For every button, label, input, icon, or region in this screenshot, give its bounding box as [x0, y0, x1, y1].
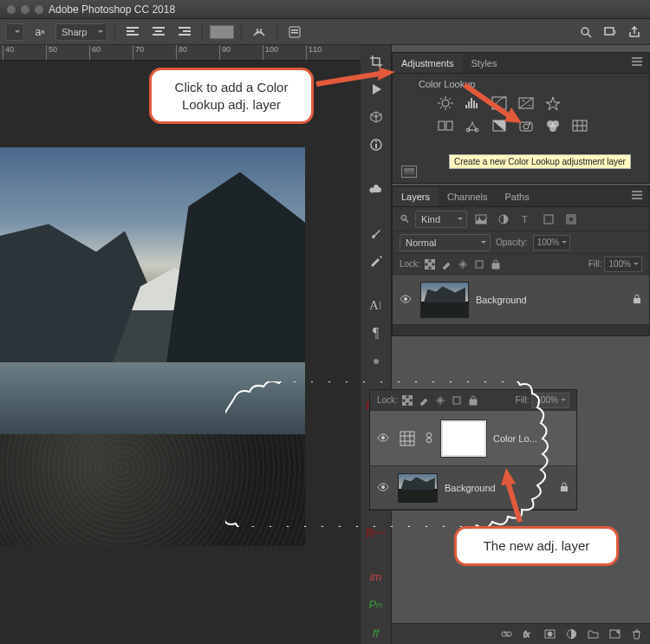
svg-rect-11 — [291, 32, 298, 34]
link-mask-icon[interactable] — [424, 432, 434, 446]
dot-icon[interactable] — [364, 350, 388, 373]
align-right-icon[interactable] — [174, 23, 195, 42]
lock-pixels-icon[interactable] — [439, 257, 453, 271]
fill-field-zoom[interactable]: 100% — [531, 393, 569, 408]
vibrance-icon[interactable] — [543, 94, 562, 112]
tab-paths[interactable]: Paths — [497, 187, 538, 206]
lock-all-zoom-icon[interactable] — [466, 394, 480, 407]
lock-pixels-zoom-icon[interactable] — [417, 394, 431, 407]
svg-rect-1 — [127, 30, 134, 32]
document-canvas[interactable] — [0, 147, 305, 546]
svg-rect-10 — [291, 29, 298, 31]
new-adjustment-layer-icon[interactable] — [564, 628, 578, 641]
fill-value: 100% — [608, 259, 631, 269]
filter-shape-icon[interactable] — [540, 211, 557, 227]
filter-type-icon[interactable]: T — [517, 211, 535, 227]
lock-artboard-zoom-icon[interactable] — [450, 394, 464, 407]
brush-settings-icon[interactable] — [364, 250, 388, 272]
lock-label: Lock: — [400, 259, 420, 269]
lock-position-icon[interactable] — [456, 257, 470, 271]
tab-styles[interactable]: Styles — [463, 54, 506, 73]
plugin-pm-icon[interactable]: Pm — [364, 594, 388, 616]
brightness-contrast-icon[interactable] — [436, 94, 455, 112]
tab-adjustments[interactable]: Adjustments — [393, 54, 463, 73]
lock-all-icon[interactable] — [489, 257, 503, 271]
font-size-dropdown[interactable] — [5, 23, 24, 41]
layer-mask-thumbnail[interactable] — [441, 420, 486, 457]
layer-thumbnail[interactable] — [420, 282, 469, 318]
filter-pixel-icon[interactable] — [472, 211, 490, 227]
svg-line-26 — [440, 98, 442, 100]
layers-panel-footer: fx — [392, 623, 650, 644]
blend-mode-value: Normal — [406, 237, 436, 248]
link-layers-icon[interactable] — [499, 628, 513, 641]
svg-point-87 — [426, 438, 432, 442]
blend-mode-dropdown[interactable]: Normal — [400, 234, 491, 251]
fill-label-zoom: Fill: — [516, 395, 530, 405]
tab-layers[interactable]: Layers — [393, 187, 439, 206]
new-group-icon[interactable] — [586, 628, 600, 641]
layer-color-lookup[interactable]: Color Lo... — [370, 411, 576, 466]
paragraph-panel-strip-icon[interactable]: ¶ — [364, 322, 388, 344]
new-layer-icon[interactable] — [608, 628, 621, 641]
svg-rect-75 — [406, 399, 409, 402]
svg-rect-74 — [409, 395, 413, 399]
arrow-to-icon — [459, 80, 529, 132]
channel-mixer-icon[interactable] — [436, 117, 455, 134]
plugin-ff-icon[interactable]: ff — [364, 621, 388, 644]
text-color-swatch[interactable] — [210, 25, 234, 39]
lock-transparency-icon[interactable] — [423, 257, 437, 271]
search-icon[interactable] — [575, 23, 596, 42]
layer-mask-icon[interactable] — [543, 628, 556, 641]
layer-thumbnail-zoom[interactable] — [398, 473, 438, 503]
tab-channels[interactable]: Channels — [439, 187, 496, 206]
svg-line-90 — [316, 74, 380, 84]
antialias-dropdown[interactable]: Sharp — [55, 23, 107, 41]
filter-smart-icon[interactable] — [562, 211, 580, 227]
delete-layer-icon[interactable] — [629, 628, 643, 641]
svg-line-13 — [588, 34, 591, 37]
layer-filter-kind[interactable]: Kind — [415, 211, 467, 228]
paragraph-panel-icon[interactable] — [284, 23, 305, 42]
visibility-toggle-zoom1-icon[interactable] — [377, 432, 391, 446]
share-icon[interactable] — [624, 23, 645, 42]
brush-panel-icon[interactable] — [364, 222, 388, 244]
gradient-map-icon[interactable] — [570, 117, 589, 134]
window-controls[interactable] — [7, 5, 43, 14]
lock-artboard-icon[interactable] — [472, 257, 486, 271]
svg-line-29 — [449, 98, 451, 100]
visibility-toggle-zoom2-icon[interactable] — [377, 481, 391, 495]
character-panel-icon[interactable]: A — [364, 294, 388, 316]
align-left-icon[interactable] — [122, 23, 143, 42]
lock-position-zoom-icon[interactable] — [433, 394, 447, 407]
panel-menu-icon[interactable] — [632, 57, 646, 68]
layers-panel-menu-icon[interactable] — [632, 191, 646, 201]
fill-value-zoom: 100% — [536, 395, 558, 405]
layer-name[interactable]: Background — [476, 295, 625, 305]
svg-rect-81 — [400, 432, 414, 446]
filter-kind-label: Kind — [421, 214, 440, 224]
layer-style-icon[interactable]: fx — [521, 628, 535, 641]
visibility-toggle-icon[interactable] — [400, 293, 413, 307]
lock-transparency-zoom-icon[interactable] — [400, 394, 414, 407]
svg-text:T: T — [522, 214, 528, 224]
plugin-rpro2-icon[interactable]: RPRO — [364, 522, 388, 544]
opacity-field[interactable]: 100% — [533, 235, 571, 250]
align-center-icon[interactable] — [148, 23, 169, 42]
filter-search-icon[interactable]: 🔍︎ — [400, 213, 410, 225]
cc-libraries-icon[interactable] — [364, 178, 388, 200]
lock-label-zoom: Lock: — [377, 395, 398, 405]
adj-layer-name[interactable]: Color Lo... — [493, 433, 569, 444]
layer-background[interactable]: Background — [393, 275, 649, 325]
filter-adjustment-icon[interactable] — [495, 211, 512, 227]
workspace-dropdown-icon[interactable] — [600, 23, 621, 42]
ruler-horizontal[interactable]: 40 50 60 70 80 90 100 110 — [0, 45, 361, 61]
warp-text-icon[interactable] — [249, 23, 270, 42]
info-icon[interactable] — [364, 133, 388, 156]
fill-field[interactable]: 100% — [604, 257, 642, 272]
color-lookup-icon[interactable] — [543, 117, 562, 134]
adjustment-preset-icon[interactable] — [401, 166, 417, 178]
layer-background-zoom[interactable]: Background — [370, 466, 576, 510]
3d-icon[interactable] — [364, 106, 388, 128]
plugin-im-icon[interactable]: im — [364, 566, 388, 589]
